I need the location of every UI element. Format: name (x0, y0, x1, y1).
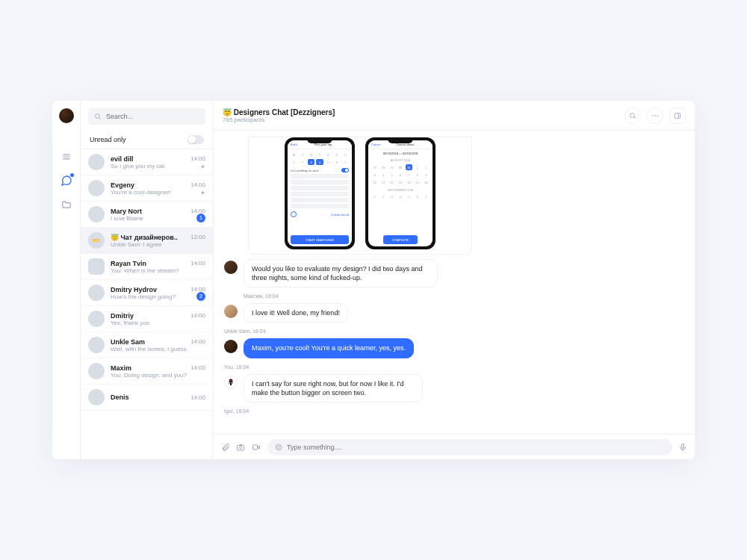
unread-only-label: Unread only (90, 136, 126, 143)
avatar (88, 337, 105, 353)
svg-line-6 (634, 116, 636, 118)
phone-title: Choose dates (396, 143, 415, 146)
avatar (88, 284, 105, 301)
phone-back: Back (291, 143, 297, 146)
svg-point-22 (279, 446, 280, 447)
pin-icon (199, 190, 205, 196)
chat-preview: You: When is the stream? (111, 267, 205, 274)
mockup-phone-1: BackPlan your trip MTWTFSS 1234567 I'm t… (285, 137, 355, 249)
chat-name: Dmitriy (111, 312, 134, 320)
chat-name: Maxim (111, 364, 131, 372)
svg-rect-17 (238, 445, 244, 450)
message-bubble[interactable]: I love it! Well done, my friend! (244, 303, 348, 323)
ninja-icon (226, 378, 235, 387)
chat-item[interactable]: DEZ 😇 Чат дизайнеров..12:00 Unkle Sam: I… (81, 228, 213, 254)
composer-field[interactable] (287, 444, 665, 451)
message: Maxim, you're cool! You're a quick learn… (224, 338, 684, 358)
svg-point-8 (654, 115, 656, 116)
search-input[interactable] (88, 108, 205, 125)
chat-item[interactable]: Rayan Tvin14:00 You: When is the stream? (81, 254, 213, 280)
chat-preview: Well, with the bones, I guess (111, 346, 205, 352)
svg-point-20 (276, 444, 282, 450)
avatar[interactable] (224, 305, 238, 318)
phone-title: Plan your trip (314, 143, 332, 146)
files-icon[interactable] (60, 198, 73, 211)
avatar (88, 258, 105, 275)
menu-icon[interactable] (60, 150, 73, 164)
chat-time: 14:00 (190, 181, 205, 188)
svg-rect-13 (229, 380, 232, 381)
chat-time: 14:00 (190, 394, 205, 401)
avatar[interactable] (224, 340, 238, 353)
phone-month: AUGUST 2018 (371, 158, 430, 162)
search-field[interactable] (106, 113, 199, 120)
chat-time: 14:00 (190, 338, 205, 345)
avatar (88, 363, 105, 379)
chat-name: Evgeny (111, 181, 134, 189)
panel-toggle-button[interactable] (669, 108, 686, 124)
sidebar: Unread only evil dill14:00 So I give you… (81, 101, 214, 459)
avatar[interactable] (224, 376, 238, 389)
chat-item[interactable]: Dmitry Hydrov14:00 How's the design goin… (81, 280, 213, 306)
svg-rect-23 (682, 444, 684, 448)
chat-name: Denis (111, 393, 129, 401)
chat-name: Unkle Sam (111, 338, 145, 346)
chat-name: evil dill (111, 155, 134, 163)
chats-icon[interactable] (60, 174, 73, 187)
chat-time: 14:00 (190, 155, 205, 162)
attach-icon[interactable] (221, 443, 230, 452)
chat-preview: How's the design going? (111, 293, 205, 300)
chat-preview: So I give you my cat. (111, 163, 205, 169)
unread-only-toggle[interactable] (187, 135, 204, 144)
emoji-icon[interactable] (275, 444, 282, 451)
avatar-me[interactable] (59, 108, 74, 123)
message-bubble[interactable]: Would you like to evaluate my design? I … (244, 259, 438, 287)
chat-item[interactable]: Maxim14:00 You: Doing design, and you? (81, 358, 213, 385)
chat-item[interactable]: Denis14:00 (81, 385, 213, 411)
phone-chip: 5 deals found (331, 213, 349, 217)
avatar (88, 389, 105, 405)
phone-range: 09/19/2018 — 09/19/2018 (371, 152, 430, 155)
chat-preview: Yes, thank you (111, 320, 205, 326)
avatar[interactable] (224, 261, 238, 274)
svg-line-4 (99, 118, 101, 119)
svg-rect-14 (230, 382, 232, 385)
search-icon (629, 112, 636, 119)
chat-item[interactable]: Dmitriy14:00 Yes, thank you (81, 306, 213, 332)
avatar: DEZ (88, 232, 105, 249)
message-bubble[interactable]: Maxim, you're cool! You're a quick learn… (244, 338, 414, 358)
panel-icon (674, 112, 681, 119)
chat-preview: You: Doing design, and you? (111, 372, 205, 379)
composer-input[interactable] (267, 439, 672, 455)
more-icon (651, 111, 660, 120)
mockup-phone-2: CancelChoose dates 09/19/2018 — 09/19/20… (365, 137, 436, 249)
main-panel: 😇 Designers Chat [Dezzigners] 785 partic… (214, 101, 695, 459)
message-meta: Unkle Sam, 18:04 (224, 329, 684, 334)
svg-rect-16 (232, 382, 234, 383)
chat-item[interactable]: Mary Nort14:00 I love Blaine 1 (81, 202, 213, 228)
image-attachment[interactable]: BackPlan your trip MTWTFSS 1234567 I'm t… (248, 137, 472, 255)
chat-header: 😇 Designers Chat [Dezzigners] 785 partic… (214, 101, 695, 131)
message-thread[interactable]: BackPlan your trip MTWTFSS 1234567 I'm t… (214, 131, 695, 434)
message-bubble[interactable]: I can't say for sure right now, but for … (244, 374, 423, 402)
avatar (88, 206, 105, 223)
header-search-button[interactable] (624, 108, 641, 124)
message-meta: Igor, 18:04 (224, 408, 684, 414)
message: I love it! Well done, my friend! (224, 303, 684, 323)
message: Would you like to evaluate my design? I … (224, 259, 684, 287)
camera-icon[interactable] (236, 443, 245, 452)
chat-preview: Unkle Sam: I agree (111, 241, 205, 248)
nav-rail (52, 101, 81, 459)
more-button[interactable] (647, 108, 663, 124)
chat-item[interactable]: Unkle Sam14:00 Well, with the bones, I g… (81, 332, 213, 358)
unread-dot (70, 173, 74, 177)
chat-item[interactable]: evil dill14:00 So I give you my cat. (81, 149, 213, 175)
video-icon[interactable] (251, 443, 261, 452)
chat-time: 14:00 (190, 208, 205, 214)
chat-subtitle: 785 participants (223, 116, 335, 123)
mic-icon[interactable] (678, 443, 687, 452)
chat-time: 12:00 (190, 234, 205, 240)
avatar (88, 154, 105, 170)
chat-item[interactable]: Evgeny14:00 You're a cool designer! (81, 175, 213, 202)
message-meta: You, 18:04 (224, 364, 684, 370)
